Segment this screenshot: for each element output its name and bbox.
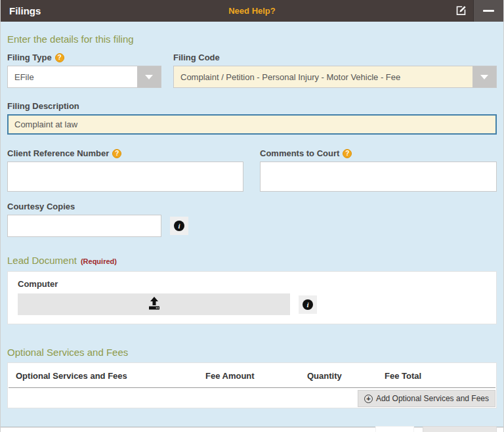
- filing-type-select[interactable]: EFile: [7, 66, 161, 88]
- filings-window: Filings Need Help? Enter the details for…: [0, 0, 504, 432]
- client-reference-label: Client Reference Number: [7, 148, 109, 158]
- file-upload-dropzone[interactable]: [18, 293, 290, 315]
- filing-type-label: Filing Type: [7, 53, 52, 62]
- lead-document-info-button[interactable]: i: [299, 295, 317, 314]
- filing-description-input[interactable]: Complaint at law: [7, 114, 497, 135]
- courtesy-copies-info-button[interactable]: i: [170, 217, 188, 235]
- courtesy-copies-label-row: Courtesy Copies: [7, 202, 497, 211]
- minimize-button[interactable]: [473, 0, 503, 22]
- minimize-icon: [483, 10, 494, 12]
- comments-to-court-label-row: Comments to Court ?: [260, 148, 497, 158]
- add-icon: +: [364, 395, 373, 403]
- filing-code-select[interactable]: Complaint / Petition - Personal Injury -…: [173, 66, 497, 88]
- titlebar: Filings Need Help?: [1, 0, 503, 22]
- courtesy-copies-input[interactable]: [7, 215, 161, 237]
- optional-services-heading: Optional Services and Fees: [7, 324, 497, 358]
- window-title: Filings: [1, 5, 41, 16]
- client-reference-help-icon[interactable]: ?: [112, 149, 121, 158]
- info-icon: i: [174, 221, 184, 231]
- filing-type-label-row: Filing Type ?: [7, 53, 161, 62]
- column-header-fee-amount: Fee Amount: [205, 371, 307, 381]
- column-header-quantity: Quantity: [307, 371, 385, 381]
- client-reference-input[interactable]: [7, 162, 243, 192]
- computer-source-label: Computer: [18, 279, 486, 289]
- edit-icon: [455, 4, 467, 18]
- column-header-services: Optional Services and Fees: [16, 371, 205, 381]
- comments-to-court-help-icon[interactable]: ?: [343, 149, 352, 158]
- filing-form: Enter the details for this filing Filing…: [1, 22, 503, 427]
- filing-description-label-row: Filing Description: [7, 101, 497, 111]
- info-icon: i: [303, 299, 313, 310]
- filing-type-value: EFile: [8, 66, 137, 87]
- table-actions-row: + Add Optional Services and Fees: [8, 388, 496, 408]
- filing-type-help-icon[interactable]: ?: [55, 53, 64, 62]
- add-optional-services-label: Add Optional Services and Fees: [376, 394, 489, 403]
- lead-document-panel: Computer i: [7, 271, 497, 324]
- filing-code-value: Complaint / Petition - Personal Injury -…: [174, 66, 472, 87]
- undo-button[interactable]: Undo: [375, 426, 414, 432]
- save-changes-button[interactable]: Save Changes: [423, 426, 497, 432]
- edit-button[interactable]: [448, 0, 473, 22]
- filing-code-label: Filing Code: [173, 53, 220, 62]
- client-reference-label-row: Client Reference Number ?: [7, 148, 243, 158]
- courtesy-copies-label: Courtesy Copies: [7, 202, 75, 211]
- required-note: (Required): [81, 257, 117, 265]
- details-section-heading: Enter the details for this filing: [7, 22, 497, 45]
- titlebar-controls: [448, 0, 503, 22]
- need-help-link[interactable]: Need Help?: [228, 6, 276, 16]
- need-help-link-wrap: Need Help?: [1, 6, 503, 16]
- filing-code-label-row: Filing Code: [173, 53, 497, 62]
- add-optional-services-button[interactable]: + Add Optional Services and Fees: [358, 390, 495, 407]
- column-header-fee-total: Fee Total: [385, 371, 488, 381]
- lead-document-heading-row: Lead Document(Required): [7, 237, 497, 266]
- filing-description-label: Filing Description: [7, 101, 79, 111]
- optional-services-table: Optional Services and Fees Fee Amount Qu…: [7, 362, 497, 408]
- comments-to-court-input[interactable]: [260, 162, 497, 192]
- filing-type-dropdown-arrow-icon[interactable]: [137, 66, 161, 87]
- comments-to-court-label: Comments to Court: [260, 148, 339, 158]
- filing-code-dropdown-arrow-icon[interactable]: [472, 66, 496, 87]
- upload-icon: [146, 295, 162, 314]
- lead-document-heading: Lead Document: [7, 255, 77, 266]
- optional-services-header-row: Optional Services and Fees Fee Amount Qu…: [8, 363, 496, 387]
